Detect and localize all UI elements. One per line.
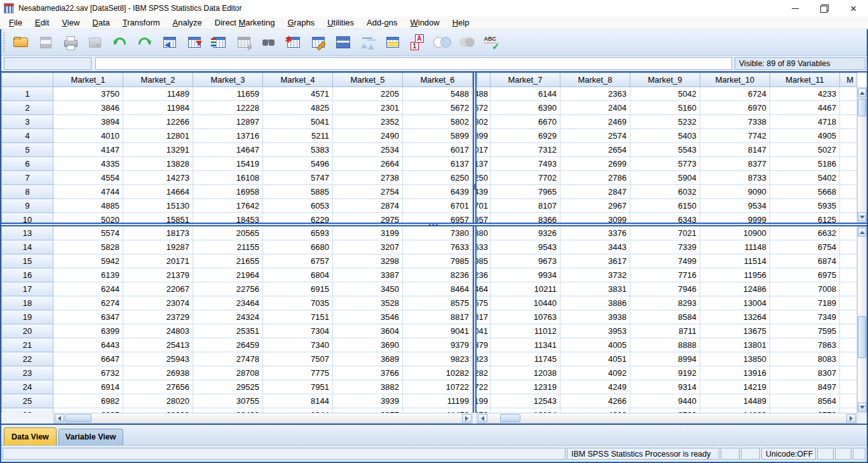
menu-edit[interactable]: Edit [29,17,55,29]
cell[interactable]: 6593 [263,226,333,240]
cell-empty[interactable] [840,282,857,296]
cell[interactable]: 4571 [263,87,333,101]
cell[interactable]: 11199 [403,394,473,408]
row-header[interactable]: 25 [1,394,53,408]
insert-cases-icon[interactable] [281,31,306,54]
cell[interactable]: 3604 [333,324,403,338]
row-header[interactable]: 20 [1,324,53,338]
cell[interactable]: 4266 [560,394,630,408]
cell[interactable]: 13004 [700,296,770,310]
cell[interactable]: 7493 [491,157,560,171]
cell[interactable]: 6139 [53,268,123,282]
menu-add-ons[interactable]: Add-ons [360,17,403,29]
scroll-left-arrow-icon[interactable] [478,414,487,422]
cell[interactable]: 6390 [491,101,560,115]
vertical-scrollbar-bottom-pane[interactable] [857,226,867,413]
cell[interactable]: 7499 [630,254,700,268]
row-header[interactable]: 16 [1,268,53,282]
row-header[interactable]: 26 [1,408,53,413]
cell[interactable]: 9090 [700,185,770,199]
cell-empty[interactable] [840,143,857,157]
cell[interactable]: 14647 [193,143,263,157]
cell[interactable]: 7035 [263,296,333,310]
cell-clipped[interactable]: 5802 [477,115,491,129]
cell[interactable]: 6915 [263,282,333,296]
cell[interactable]: 2874 [333,199,403,213]
cell[interactable]: 7702 [491,171,560,185]
cell-empty[interactable] [840,380,857,394]
cell[interactable]: 12266 [123,115,193,129]
insert-variable-icon[interactable] [306,31,330,54]
cell[interactable]: 4335 [53,157,123,171]
cell[interactable]: 13801 [700,338,770,352]
row-header[interactable]: 4 [1,129,53,143]
cell[interactable]: 28290 [123,408,193,413]
cell[interactable]: 3689 [333,352,403,366]
cell-empty[interactable] [840,310,857,324]
column-header-market_5[interactable]: Market_5 [333,73,403,87]
cell-clipped[interactable]: 6957 [477,213,491,223]
cell-empty[interactable] [840,101,857,115]
cell[interactable]: 7507 [263,352,333,366]
cell[interactable]: 9543 [491,240,560,254]
menu-transform[interactable]: Transform [116,17,166,29]
cell[interactable]: 18453 [193,213,263,223]
cell[interactable]: 8564 [770,394,840,408]
grid-corner-cell[interactable] [1,73,53,87]
menu-data[interactable]: Data [86,17,116,29]
cell[interactable]: 14809 [700,408,770,413]
cell[interactable]: 6053 [263,199,333,213]
cell[interactable]: 9379 [403,338,473,352]
vertical-scrollbar-top-pane[interactable] [857,87,867,223]
cell[interactable]: 8464 [403,282,473,296]
cell[interactable]: 10722 [403,380,473,394]
goto-variable-icon[interactable] [182,31,207,54]
cell[interactable]: 3732 [560,268,630,282]
cell[interactable]: 11659 [193,87,263,101]
column-header-market_3[interactable]: Market_3 [193,73,263,87]
column-header-market_6[interactable]: Market_6 [403,73,473,87]
cell[interactable]: 2699 [560,157,630,171]
cell-clipped[interactable]: 5488 [477,87,491,101]
scroll-down-arrow-icon[interactable] [858,403,866,411]
cell[interactable]: 6399 [53,324,123,338]
cell[interactable]: 6975 [770,268,840,282]
cell[interactable]: 24803 [123,324,193,338]
column-header-market_11[interactable]: Market_11 [770,73,840,87]
cell[interactable]: 5935 [770,199,840,213]
cell[interactable]: 3938 [560,310,630,324]
cell[interactable]: 3939 [333,394,403,408]
cell-empty[interactable] [840,408,857,413]
cell[interactable]: 9823 [403,352,473,366]
cell[interactable]: 5942 [53,254,123,268]
cell[interactable]: 6982 [53,394,123,408]
cell[interactable]: 12319 [491,380,560,394]
restore-button[interactable] [810,0,839,17]
cell[interactable]: 12486 [700,282,770,296]
cell[interactable]: 7863 [770,338,840,352]
spell-check-icon[interactable] [479,31,504,54]
cell[interactable]: 3882 [333,380,403,394]
cell[interactable]: 11956 [700,268,770,282]
cell[interactable]: 2352 [333,115,403,129]
cell-clipped[interactable]: 6701 [477,199,491,213]
cell[interactable]: 6754 [770,240,840,254]
tab-data-view[interactable]: Data View [4,427,57,445]
cell[interactable]: 6125 [770,213,840,223]
cell[interactable]: 5747 [263,171,333,185]
cell[interactable]: 28708 [193,366,263,380]
cell[interactable]: 5186 [770,157,840,171]
cell[interactable]: 22067 [123,282,193,296]
cell[interactable]: 26459 [193,338,263,352]
cell[interactable]: 5027 [770,143,840,157]
cell[interactable]: 4051 [560,352,630,366]
cell[interactable]: 4744 [53,185,123,199]
cell[interactable]: 2975 [333,213,403,223]
cell[interactable]: 5211 [263,129,333,143]
cell[interactable]: 12884 [491,408,560,413]
cell[interactable]: 13850 [700,352,770,366]
cell[interactable]: 6647 [53,352,123,366]
cell[interactable]: 8147 [700,143,770,157]
cell[interactable]: 10440 [491,296,560,310]
cell[interactable]: 8144 [263,394,333,408]
